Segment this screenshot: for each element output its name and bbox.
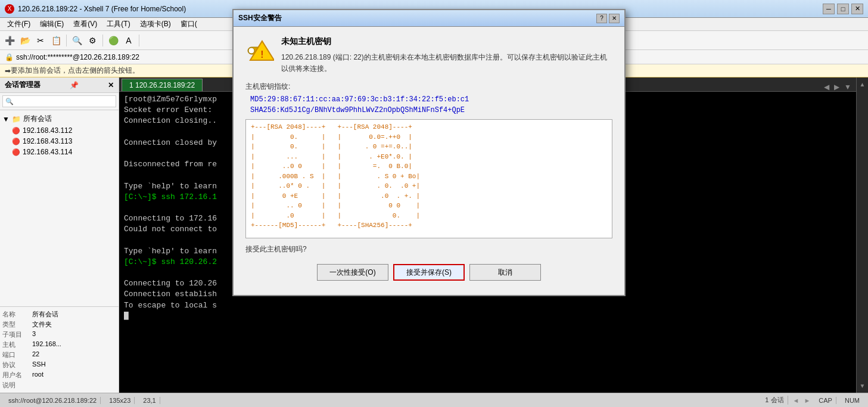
dialog-close-button[interactable]: ✕ (609, 14, 620, 23)
dialog-title-desc-area: 未知主机密钥 120.26.218.189 (端口: 22)的主机密钥未在本地主… (281, 36, 612, 74)
sidebar: 会话管理器 📌 ✕ ▼ 📁 所有会话 🔴 192.168.43.112 🔴 (0, 77, 119, 393)
dialog-buttons: 一次性接受(O) 接受并保存(S) 取消 (245, 262, 612, 285)
toolbar-copy[interactable]: 📋 (49, 33, 63, 48)
search-input[interactable] (2, 95, 116, 107)
prop-value-username: root (32, 371, 116, 380)
prop-row-username: 用户名 root (2, 370, 116, 380)
session-icon-2: 🔴 (12, 148, 20, 156)
minimize-button[interactable]: ─ (823, 4, 835, 14)
toolbar-cut[interactable]: ✂ (33, 33, 48, 48)
ssh-security-dialog: SSH安全警告 ? ✕ (232, 9, 626, 296)
prop-label-children: 子项目 (2, 330, 32, 339)
sidebar-title: 会话管理器 (5, 80, 41, 90)
sidebar-header: 会话管理器 📌 ✕ (0, 77, 119, 93)
key-art-container: +---[RSA 2048]----+ | 0. | | 0. | | ... … (245, 119, 612, 238)
status-nav-left[interactable]: ◄ (793, 397, 799, 404)
notification-text: 要添加当前会话，点击左侧的箭头按钮。 (11, 66, 139, 76)
right-panel: ▲ ▼ (856, 77, 868, 393)
session-label-0: 192.168.43.112 (23, 126, 72, 135)
tree-root-all-sessions[interactable]: ▼ 📁 所有会话 (2, 113, 116, 125)
sidebar-close[interactable]: ✕ (108, 81, 114, 89)
sidebar-item-session-0[interactable]: 🔴 192.168.43.112 (2, 125, 116, 136)
toolbar-new[interactable]: ➕ (2, 33, 17, 48)
toolbar-font[interactable]: A (122, 33, 136, 48)
svg-text:!: ! (260, 49, 263, 60)
cancel-button[interactable]: 取消 (469, 264, 541, 281)
maximize-button[interactable]: □ (837, 4, 849, 14)
prop-label-port: 端口 (2, 350, 32, 359)
prop-value-protocol: SSH (32, 361, 116, 369)
menu-view[interactable]: 查看(V) (69, 18, 102, 30)
folder-icon: 📁 (12, 115, 21, 123)
prop-label-username: 用户名 (2, 371, 32, 380)
terminal-cursor: █ (124, 311, 851, 322)
prop-value-host: 192.168... (32, 340, 116, 349)
prop-row-port: 端口 22 (2, 350, 116, 360)
sidebar-pin[interactable]: 📌 (70, 81, 79, 89)
toolbar-settings[interactable]: ⚙ (85, 33, 99, 48)
key-art-sha256: +---[RSA 2048]----+ | 0.0=.++0 | | . 0 =… (337, 122, 420, 235)
terminal-line-19: To escape to local s (124, 300, 851, 311)
fingerprint-sha256: SHA256:Kd5J1Cg/BNhVtdw9PhhLWvZ2nOpbQShMi… (245, 106, 612, 114)
prop-label-host: 主机 (2, 340, 32, 349)
notification-arrow: ➡ (5, 67, 11, 75)
prop-label-desc: 说明 (2, 381, 32, 390)
prop-row-protocol: 协议 SSH (2, 360, 116, 370)
scroll-down[interactable]: ▼ (858, 381, 867, 390)
tab-menu-icon[interactable]: ▼ (842, 83, 854, 91)
tree-root-label: 所有会话 (23, 114, 52, 124)
accept-save-button[interactable]: 接受并保存(S) (393, 264, 465, 281)
menu-tab[interactable]: 选项卡(B) (135, 18, 176, 30)
sidebar-item-session-1[interactable]: 🔴 192.168.43.113 (2, 136, 116, 147)
prop-label-name: 名称 (2, 310, 32, 319)
session-label-2: 192.168.43.114 (23, 148, 72, 156)
dialog-description: 120.26.218.189 (端口: 22)的主机密钥未在本地主机密钥数据库中… (281, 52, 612, 74)
toolbar-open[interactable]: 📂 (18, 33, 32, 48)
tree-expand-icon: ▼ (2, 115, 10, 123)
menu-file[interactable]: 文件(F) (2, 18, 35, 30)
address-text: ssh://root:*********@120.26.218.189:22 (16, 53, 139, 61)
toolbar-connect[interactable]: 🟢 (106, 33, 120, 48)
fingerprint-label: 主机密钥指纹: (245, 82, 612, 92)
key-art-md5: +---[RSA 2048]----+ | 0. | | 0. | | ... … (251, 122, 325, 235)
status-size: 135x23 (105, 397, 135, 404)
menu-edit[interactable]: 编辑(E) (35, 18, 69, 30)
xshell-window: X 120.26.218.189:22 - Xshell 7 (Free for… (0, 0, 868, 407)
menu-tools[interactable]: 工具(T) (102, 18, 135, 30)
menu-window[interactable]: 窗口( (176, 18, 202, 30)
session-label-1: 192.168.43.113 (23, 137, 72, 145)
prop-value-name: 所有会话 (32, 310, 116, 319)
status-position: 23,1 (139, 397, 160, 404)
lock-icon: 🔒 (5, 53, 14, 61)
sidebar-item-session-2[interactable]: 🔴 192.168.43.114 (2, 147, 116, 157)
prop-row-desc: 说明 (2, 380, 116, 390)
status-sessions: 1 会话 (761, 396, 788, 405)
tab-session-1[interactable]: 1 120.26.218.189:22 (122, 79, 203, 91)
session-icon-1: 🔴 (12, 138, 20, 145)
status-nav-right[interactable]: ► (804, 397, 810, 404)
prop-row-name: 名称 所有会话 (2, 309, 116, 319)
dialog-title-buttons: ? ✕ (596, 14, 620, 23)
dialog-top-row: ! 未知主机密钥 120.26.218.189 (端口: 22)的主机密钥未在本… (245, 36, 612, 74)
session-icon-0: 🔴 (12, 127, 20, 135)
prop-row-host: 主机 192.168... (2, 340, 116, 350)
scroll-up[interactable]: ▲ (858, 80, 867, 89)
close-button[interactable]: ✕ (851, 4, 863, 14)
dialog-body: ! 未知主机密钥 120.26.218.189 (端口: 22)的主机密钥未在本… (234, 27, 624, 295)
tab-nav-left[interactable]: ◀ (822, 83, 832, 91)
window-controls: ─ □ ✕ (823, 4, 863, 14)
tab-nav-right[interactable]: ▶ (832, 83, 842, 91)
dialog-help-button[interactable]: ? (596, 14, 607, 23)
toolbar-sep3 (139, 35, 139, 46)
prop-label-protocol: 协议 (2, 361, 32, 369)
dialog-title-text: SSH安全警告 (238, 13, 596, 23)
dialog-question: 接受此主机密钥吗? (245, 244, 612, 254)
accept-once-button[interactable]: 一次性接受(O) (317, 264, 388, 281)
prop-label-type: 类型 (2, 320, 32, 329)
toolbar-zoom[interactable]: 🔍 (70, 33, 84, 48)
status-session: ssh://root@120.26.218.189:22 (5, 397, 101, 404)
properties-panel: 名称 所有会话 类型 文件夹 子项目 3 主机 192.168... 端口 (0, 306, 119, 393)
prop-value-type: 文件夹 (32, 320, 116, 329)
app-icon: X (5, 4, 14, 14)
fingerprint-md5: MD5:29:88:67:11:cc:aa:97:69:3c:b3:1f:34:… (245, 95, 612, 104)
